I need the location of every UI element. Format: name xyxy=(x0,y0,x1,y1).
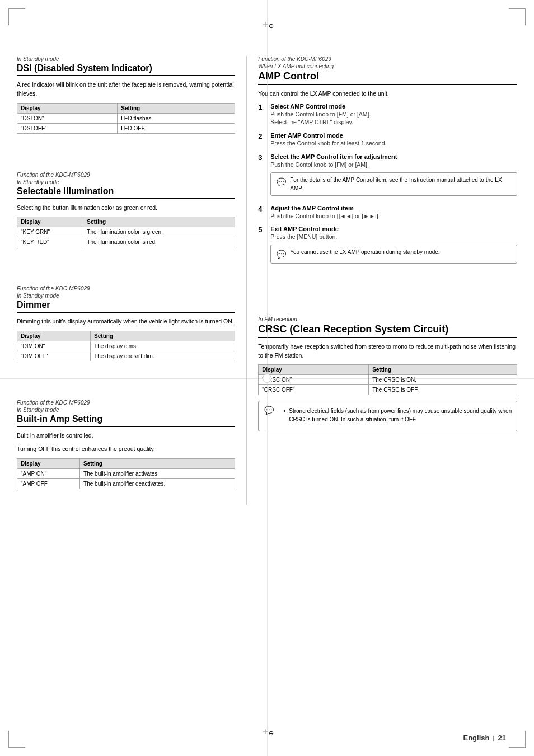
amp-body1: Built-in amplifier is controlled. xyxy=(17,431,235,440)
dimmer-title: Dimmer xyxy=(17,300,235,313)
table-row: "CRSC ON" The CRSC is ON. xyxy=(259,375,517,385)
page: ⊕ In Standby mode DSI (Disabled System I… xyxy=(0,0,534,756)
amp-subtitle1: Function of the KDC-MP6029 xyxy=(17,400,235,406)
page-footer: English | 21 xyxy=(463,734,506,742)
step-1-title: Select AMP Control mode xyxy=(270,103,517,110)
amp-row2-setting: The built-in amplifier deactivates. xyxy=(80,478,235,489)
amp-row2-display: "AMP OFF" xyxy=(17,478,80,489)
step-4: 4 Adjust the AMP Control item Push the C… xyxy=(258,205,517,220)
step-5-detail: Press the [MENU] button. xyxy=(270,233,337,240)
right-column: Function of the KDC-MP6029 When LX AMP u… xyxy=(247,56,517,505)
step-2-title: Enter AMP Control mode xyxy=(270,132,517,139)
sel-illum-table: Display Setting "KEY GRN" The illuminati… xyxy=(17,217,235,247)
selectable-illumination-section: Function of the KDC-MP6029 In Standby mo… xyxy=(17,172,235,248)
bottom-crosshair: ⊕ xyxy=(263,727,271,736)
step-3-note: 💬 For the details of the AMP Control ite… xyxy=(270,172,517,196)
table-row: "AMP OFF" The built-in amplifier deactiv… xyxy=(17,478,235,489)
step-1-content: Select AMP Control mode Push the Control… xyxy=(270,103,517,126)
step-2-detail: Press the Control knob for at least 1 se… xyxy=(270,140,386,147)
step-1: 1 Select AMP Control mode Push the Contr… xyxy=(258,103,517,126)
center-circle xyxy=(263,374,271,383)
step-4-content: Adjust the AMP Control item Push the Con… xyxy=(270,205,517,220)
dimmer-row2-setting: The display doesn't dim. xyxy=(91,351,235,361)
amp-body2: Turning OFF this control enhances the pr… xyxy=(17,445,235,454)
dsi-body: A red indicator will blink on the unit a… xyxy=(17,81,235,98)
sel-illum-title: Selectable Illumination xyxy=(17,186,235,199)
crsc-note: 💬 Strong electrical fields (such as from… xyxy=(258,401,517,431)
table-row: "KEY GRN" The illumination color is gree… xyxy=(17,227,235,237)
crsc-section: In FM reception CRSC (Clean Reception Sy… xyxy=(258,316,517,432)
amp-row1-setting: The built-in amplifier activates. xyxy=(80,468,235,478)
dsi-title: DSI (Disabled System Indicator) xyxy=(17,63,235,76)
dimmer-body: Dimming this unit's display automaticall… xyxy=(17,317,235,326)
amp-ctrl-title: AMP Control xyxy=(258,71,517,85)
crsc-row2-setting: The CRSC is OFF. xyxy=(369,385,517,395)
sel-illum-row1-display: "KEY GRN" xyxy=(17,227,83,237)
table-row: "CRSC OFF" The CRSC is OFF. xyxy=(259,385,517,395)
table-row: "DIM ON" The display dims. xyxy=(17,341,235,351)
dimmer-row1-display: "DIM ON" xyxy=(17,341,91,351)
dimmer-row2-display: "DIM OFF" xyxy=(17,351,91,361)
table-row: "KEY RED" The illumination color is red. xyxy=(17,237,235,247)
step-5-content: Exit AMP Control mode Press the [MENU] b… xyxy=(270,226,517,267)
dimmer-header-display: Display xyxy=(17,331,91,341)
amp-header-display: Display xyxy=(17,458,80,468)
step-3: 3 Select the AMP Control item for adjust… xyxy=(258,153,517,199)
amp-subtitle2: In Standby mode xyxy=(17,407,235,413)
note-icon-5: 💬 xyxy=(275,248,287,260)
dimmer-table: Display Setting "DIM ON" The display dim… xyxy=(17,331,235,361)
step-3-note-text: For the details of the AMP Control item,… xyxy=(290,176,512,192)
crsc-row1-setting: The CRSC is ON. xyxy=(369,375,517,385)
corner-mark-tl xyxy=(8,8,25,25)
sel-illum-row2-display: "KEY RED" xyxy=(17,237,83,247)
step-5-note: 💬 You cannot use the LX AMP operation du… xyxy=(270,245,517,264)
amp-ctrl-subtitle2: When LX AMP unit connecting xyxy=(258,63,517,69)
crsc-row2-display: "CRSC OFF" xyxy=(259,385,369,395)
amp-ctrl-subtitle1: Function of the KDC-MP6029 xyxy=(258,56,517,62)
step-2-content: Enter AMP Control mode Press the Control… xyxy=(270,132,517,148)
amp-header-setting: Setting xyxy=(80,458,235,468)
sel-illum-subtitle2: In Standby mode xyxy=(17,179,235,185)
dsi-row2-display: "DSI OFF" xyxy=(17,123,118,133)
dsi-subtitle: In Standby mode xyxy=(17,56,235,62)
step-3-detail: Push the Contol knob to [FM] or [AM]. xyxy=(270,161,369,168)
sel-illum-row1-setting: The illumination color is green. xyxy=(83,227,235,237)
page-language: English xyxy=(463,734,489,742)
table-row: "DSI OFF" LED OFF. xyxy=(17,123,235,133)
builtin-amp-section: Function of the KDC-MP6029 In Standby mo… xyxy=(17,400,235,489)
note-icon-3: 💬 xyxy=(275,176,287,188)
step-5-note-text: You cannot use the LX AMP operation duri… xyxy=(290,248,439,256)
dsi-table: Display Setting "DSI ON" LED flashes. "D… xyxy=(17,103,235,134)
step-5: 5 Exit AMP Control mode Press the [MENU]… xyxy=(258,226,517,267)
crsc-title: CRSC (Clean Reception System Circuit) xyxy=(258,323,517,338)
dsi-table-header-display: Display xyxy=(17,103,118,113)
crsc-body: Temporarily have reception switched from… xyxy=(258,342,517,360)
sel-illum-body: Selecting the button illumination color … xyxy=(17,204,235,213)
step-2: 2 Enter AMP Control mode Press the Contr… xyxy=(258,132,517,148)
corner-mark-br xyxy=(509,731,526,748)
dsi-row2-setting: LED OFF. xyxy=(118,123,235,133)
amp-ctrl-steps: 1 Select AMP Control mode Push the Contr… xyxy=(258,103,517,267)
dimmer-subtitle2: In Standby mode xyxy=(17,293,235,299)
step-3-title: Select the AMP Control item for adjustme… xyxy=(270,153,517,160)
sel-illum-header-display: Display xyxy=(17,217,83,227)
amp-title: Built-in Amp Setting xyxy=(17,414,235,427)
amp-row1-display: "AMP ON" xyxy=(17,468,80,478)
step-4-title: Adjust the AMP Control item xyxy=(270,205,517,212)
crsc-header-display: Display xyxy=(259,365,369,375)
corner-mark-bl xyxy=(8,731,25,748)
amp-control-section: Function of the KDC-MP6029 When LX AMP u… xyxy=(258,56,517,267)
sel-illum-subtitle1: Function of the KDC-MP6029 xyxy=(17,172,235,178)
dsi-table-header-setting: Setting xyxy=(118,103,235,113)
table-row: "DSI ON" LED flashes. xyxy=(17,113,235,123)
dsi-section: In Standby mode DSI (Disabled System Ind… xyxy=(17,56,235,134)
corner-mark-tr xyxy=(509,8,526,25)
crsc-subtitle1: In FM reception xyxy=(258,316,517,322)
dimmer-row1-setting: The display dims. xyxy=(91,341,235,351)
step-1-detail: Push the Control knob to [FM] or [AM].Se… xyxy=(270,111,371,126)
dimmer-subtitle1: Function of the KDC-MP6029 xyxy=(17,285,235,292)
step-4-detail: Push the Control knob to [|◄◄] or [►►|]. xyxy=(270,213,380,219)
left-column: In Standby mode DSI (Disabled System Ind… xyxy=(17,56,247,505)
crsc-row1-display: "CRSC ON" xyxy=(259,375,369,385)
crsc-table: Display Setting "CRSC ON" The CRSC is ON… xyxy=(258,364,517,395)
